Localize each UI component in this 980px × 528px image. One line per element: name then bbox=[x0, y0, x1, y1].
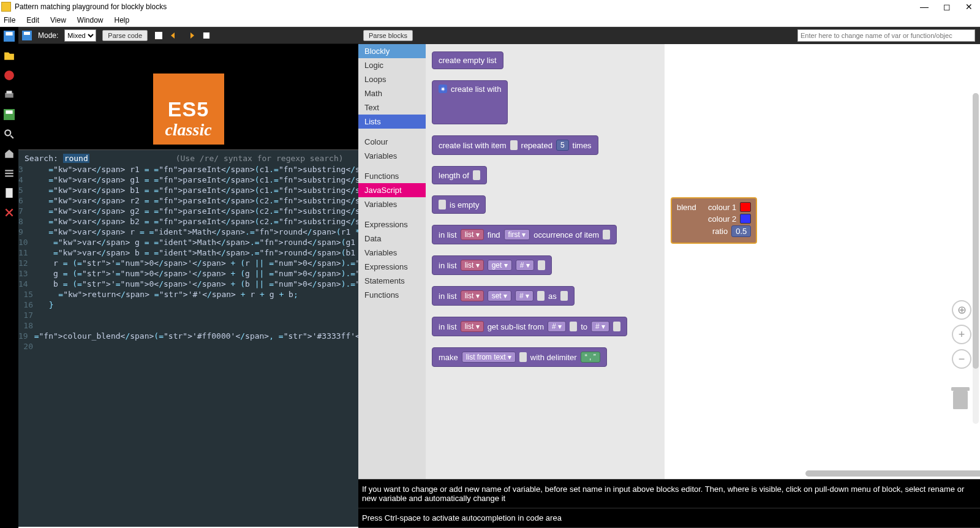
first-dropdown[interactable]: first ▾ bbox=[504, 229, 530, 240]
code-editor[interactable]: Search: round (Use /re/ syntax for regex… bbox=[18, 149, 358, 528]
block-get-in-list[interactable]: in list list ▾ get ▾ # ▾ bbox=[432, 255, 552, 275]
menu-view[interactable]: View bbox=[50, 16, 66, 25]
menu-edit[interactable]: Edit bbox=[26, 16, 39, 25]
code-line[interactable]: 6 ="kw">var</span> r2 = ="fn">parseInt</… bbox=[18, 195, 358, 206]
block-length-of[interactable]: length of bbox=[432, 166, 487, 184]
category-variables[interactable]: Variables bbox=[358, 246, 426, 260]
block-make-list-from-text[interactable]: make list from text ▾ with delimiter “ ,… bbox=[432, 347, 607, 367]
zoom-out-button[interactable]: − bbox=[952, 349, 971, 369]
code-line[interactable]: 12 r = (="str">'="num">0</span>'</span> … bbox=[18, 258, 358, 268]
category-variables[interactable]: Variables bbox=[358, 149, 426, 163]
undo-icon[interactable] bbox=[170, 31, 179, 40]
minimize-button[interactable]: — bbox=[920, 2, 929, 12]
close-button[interactable]: ✕ bbox=[965, 2, 973, 12]
center-button[interactable]: ⊕ bbox=[952, 300, 971, 320]
code-line[interactable]: 11 ="kw">var</span> b = ="ident">Math</s… bbox=[18, 247, 358, 258]
settings-icon[interactable] bbox=[4, 168, 15, 179]
open-folder-icon[interactable] bbox=[4, 50, 15, 61]
category-math[interactable]: Math bbox=[358, 86, 426, 100]
block-create-empty-list[interactable]: create empty list bbox=[432, 51, 503, 69]
category-expressions[interactable]: Expressions bbox=[358, 260, 426, 274]
block-create-list-repeated[interactable]: create list with item repeated 5 times bbox=[432, 135, 598, 155]
category-functions[interactable]: Functions bbox=[358, 169, 426, 183]
list-dropdown[interactable]: list ▾ bbox=[461, 290, 484, 301]
block-is-empty[interactable]: is empty bbox=[432, 195, 486, 214]
code-line[interactable]: 10 ="kw">var</span> g = ="ident">Math</s… bbox=[18, 237, 358, 247]
code-line[interactable]: 19="fn">colour_blend</span>(="str">'#ff0… bbox=[18, 331, 358, 341]
index-dropdown[interactable]: # ▾ bbox=[515, 290, 533, 301]
category-functions[interactable]: Functions bbox=[358, 288, 426, 302]
parse-code-button[interactable]: Parse code bbox=[102, 30, 148, 41]
blockly-workspace[interactable]: blend colour 1 colour 2 ratio0.5 ⊕ + − bbox=[665, 44, 980, 479]
category-blockly[interactable]: Blockly bbox=[358, 44, 426, 58]
stop-icon[interactable] bbox=[154, 31, 164, 40]
category-text[interactable]: Text bbox=[358, 100, 426, 115]
category-logic[interactable]: Logic bbox=[358, 58, 426, 72]
category-javascript[interactable]: JavaScript bbox=[358, 183, 426, 197]
disk-icon[interactable] bbox=[22, 31, 32, 40]
code-line[interactable]: 9 ="kw">var</span> r = ="ident">Math</sp… bbox=[18, 227, 358, 237]
list-dropdown[interactable]: list ▾ bbox=[461, 260, 484, 271]
save-as-icon[interactable] bbox=[4, 109, 15, 120]
block-set-in-list[interactable]: in list list ▾ set ▾ # ▾ as bbox=[432, 286, 575, 306]
maximize-button[interactable]: ◻ bbox=[943, 2, 951, 12]
code-line[interactable]: 14 b = (="str">'="num">0</span>'</span> … bbox=[18, 279, 358, 289]
code-line[interactable]: 16 } bbox=[18, 300, 358, 310]
category-data[interactable]: Data bbox=[358, 232, 426, 246]
code-line[interactable]: 4 ="kw">var</span> g1 = ="fn">parseInt</… bbox=[18, 175, 358, 185]
category-expressions[interactable]: Expressions bbox=[358, 217, 426, 232]
list-dropdown[interactable]: list ▾ bbox=[461, 229, 484, 240]
block-find-in-list[interactable]: in list list ▾ find first ▾ occurrence o… bbox=[432, 225, 617, 244]
string-field[interactable]: “ , ” bbox=[581, 352, 600, 363]
number-field[interactable]: 5 bbox=[556, 140, 569, 151]
search-icon[interactable] bbox=[4, 129, 15, 140]
workspace-scrollbar-v[interactable] bbox=[973, 93, 979, 424]
index-dropdown[interactable]: # ▾ bbox=[516, 260, 534, 271]
document-icon[interactable] bbox=[4, 187, 15, 198]
to-dropdown[interactable]: # ▾ bbox=[591, 321, 609, 332]
code-line[interactable]: 3 ="kw">var</span> r1 = ="fn">parseInt</… bbox=[18, 164, 358, 175]
mode-select[interactable]: Mixed bbox=[64, 29, 96, 42]
code-line[interactable]: 13 g = (="str">'="num">0</span>'</span> … bbox=[18, 268, 358, 279]
trash-icon[interactable] bbox=[949, 385, 971, 412]
delete-icon[interactable] bbox=[4, 207, 15, 218]
category-loops[interactable]: Loops bbox=[358, 72, 426, 86]
record-icon[interactable] bbox=[4, 70, 15, 81]
code-line[interactable]: 7 ="kw">var</span> g2 = ="fn">parseInt</… bbox=[18, 206, 358, 216]
menu-help[interactable]: Help bbox=[115, 16, 130, 25]
category-statements[interactable]: Statements bbox=[358, 274, 426, 288]
set-dropdown[interactable]: set ▾ bbox=[488, 290, 511, 301]
block-flyout[interactable]: create empty list ✷ create list with cre… bbox=[426, 44, 665, 479]
code-line[interactable]: 20 bbox=[18, 341, 358, 352]
code-line[interactable]: 15 ="kw">return</span> ="str">'#'</span>… bbox=[18, 289, 358, 300]
code-line[interactable]: 5 ="kw">var</span> b1 = ="fn">parseInt</… bbox=[18, 185, 358, 195]
menu-window[interactable]: Window bbox=[77, 16, 104, 25]
code-line[interactable]: 17 bbox=[18, 310, 358, 320]
category-variables[interactable]: Variables bbox=[358, 197, 426, 211]
save-icon[interactable] bbox=[4, 31, 15, 42]
rename-input[interactable] bbox=[797, 29, 975, 42]
block-create-list-with[interactable]: ✷ create list with bbox=[432, 80, 508, 124]
workspace-scrollbar-h[interactable] bbox=[805, 470, 980, 479]
search-input[interactable]: round bbox=[63, 154, 89, 163]
home-icon[interactable] bbox=[4, 148, 15, 159]
block-sublist[interactable]: in list list ▾ get sub-list from # ▾ to … bbox=[432, 317, 627, 336]
make-dropdown[interactable]: list from text ▾ bbox=[462, 352, 516, 363]
menu-file[interactable]: File bbox=[4, 16, 15, 25]
parse-blocks-button[interactable]: Parse blocks bbox=[363, 30, 413, 41]
code-line[interactable]: 8 ="kw">var</span> b2 = ="fn">parseInt</… bbox=[18, 216, 358, 227]
zoom-in-button[interactable]: + bbox=[952, 325, 971, 344]
get-dropdown[interactable]: get ▾ bbox=[488, 260, 512, 271]
code-line[interactable]: 18 bbox=[18, 320, 358, 331]
print-icon[interactable] bbox=[4, 89, 15, 100]
ratio-field[interactable]: 0.5 bbox=[731, 225, 751, 237]
colour1-field[interactable] bbox=[740, 202, 751, 212]
movie-icon[interactable] bbox=[202, 31, 211, 40]
colour2-field[interactable] bbox=[740, 214, 751, 224]
list-dropdown[interactable]: list ▾ bbox=[461, 321, 484, 332]
redo-icon[interactable] bbox=[186, 31, 195, 40]
category-colour[interactable]: Colour bbox=[358, 135, 426, 149]
from-dropdown[interactable]: # ▾ bbox=[548, 321, 566, 332]
gear-icon[interactable]: ✷ bbox=[439, 85, 447, 93]
category-lists[interactable]: Lists bbox=[358, 115, 426, 129]
